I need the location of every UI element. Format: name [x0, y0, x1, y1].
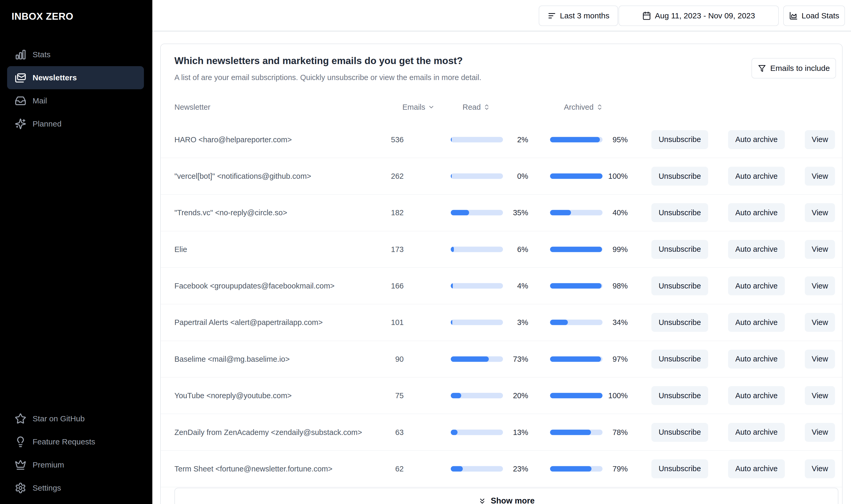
- sidebar-item-star-on-github[interactable]: Star on GitHub: [7, 407, 144, 430]
- unsubscribe-button[interactable]: Unsubscribe: [651, 350, 708, 368]
- gear-icon: [15, 482, 26, 494]
- unsubscribe-button[interactable]: Unsubscribe: [651, 130, 708, 149]
- column-header-archived[interactable]: Archived: [564, 100, 603, 114]
- sidebar-item-mail[interactable]: Mail: [7, 89, 144, 112]
- sidebar-item-feature-requests[interactable]: Feature Requests: [7, 430, 144, 453]
- app-logo[interactable]: INBOX ZERO: [12, 11, 73, 22]
- view-button[interactable]: View: [805, 350, 835, 368]
- read-progress-bar: [451, 210, 503, 216]
- emails-to-include-button[interactable]: Emails to include: [751, 58, 836, 78]
- email-count: 75: [395, 391, 404, 400]
- view-button[interactable]: View: [805, 423, 835, 442]
- archived-progress-bar: [550, 210, 603, 216]
- read-percent: 20%: [513, 391, 528, 400]
- read-progress-fill: [451, 429, 458, 435]
- newsletter-name: "vercel[bot]" <notifications@github.com>: [174, 172, 311, 181]
- unsubscribe-button[interactable]: Unsubscribe: [651, 240, 708, 259]
- read-progress-bar: [451, 247, 503, 252]
- view-button[interactable]: View: [805, 130, 835, 149]
- auto-archive-button[interactable]: Auto archive: [728, 350, 785, 368]
- read-progress-bar: [451, 429, 503, 435]
- emails-to-include-label: Emails to include: [770, 64, 830, 73]
- sidebar-item-planned[interactable]: Planned: [7, 112, 144, 136]
- column-header-newsletter: Newsletter: [174, 100, 210, 114]
- email-count: 173: [391, 245, 404, 254]
- read-progress-fill: [451, 356, 489, 362]
- star-icon: [15, 413, 26, 425]
- filter-lines-icon: [547, 11, 556, 20]
- sidebar-item-newsletters[interactable]: Newsletters: [7, 66, 144, 89]
- view-button[interactable]: View: [805, 276, 835, 295]
- auto-archive-button[interactable]: Auto archive: [728, 386, 785, 405]
- load-stats-button[interactable]: Load Stats: [783, 5, 845, 26]
- archived-percent: 98%: [613, 282, 628, 290]
- chart-area-icon: [789, 11, 798, 20]
- archived-progress-bar: [550, 429, 603, 435]
- auto-archive-button[interactable]: Auto archive: [728, 240, 785, 259]
- sidebar-item-label: Planned: [33, 120, 61, 128]
- email-count: 63: [395, 428, 404, 436]
- email-count: 90: [395, 355, 404, 363]
- auto-archive-button[interactable]: Auto archive: [728, 130, 785, 149]
- sidebar-footer-nav: Star on GitHub Feature Requests Premium …: [0, 407, 152, 500]
- unsubscribe-button[interactable]: Unsubscribe: [651, 167, 708, 185]
- view-button[interactable]: View: [805, 313, 835, 332]
- column-header-emails[interactable]: Emails: [402, 100, 435, 114]
- archived-progress-bar: [550, 247, 603, 252]
- chevron-down-icon: [428, 104, 435, 110]
- archived-progress-fill: [550, 393, 603, 398]
- unsubscribe-button[interactable]: Unsubscribe: [651, 276, 708, 295]
- column-header-read[interactable]: Read: [463, 100, 490, 114]
- show-more-button[interactable]: Show more: [174, 488, 838, 504]
- sidebar-nav: Stats Newsletters Mail Planned: [0, 43, 152, 136]
- newsletters-card: Which newsletters and marketing emails d…: [160, 43, 843, 504]
- view-button[interactable]: View: [805, 240, 835, 259]
- sidebar-item-stats[interactable]: Stats: [7, 43, 144, 66]
- sidebar-item-settings[interactable]: Settings: [7, 476, 144, 500]
- read-progress-bar: [451, 320, 503, 325]
- date-range-picker-button[interactable]: Aug 11, 2023 - Nov 09, 2023: [619, 5, 779, 26]
- read-progress-bar: [451, 466, 503, 471]
- auto-archive-button[interactable]: Auto archive: [728, 423, 785, 442]
- archived-percent: 97%: [613, 355, 628, 363]
- auto-archive-button[interactable]: Auto archive: [728, 203, 785, 222]
- inbox-icon: [15, 95, 26, 107]
- sidebar-item-label: Newsletters: [33, 73, 77, 82]
- view-button[interactable]: View: [805, 460, 835, 478]
- date-range-preset-button[interactable]: Last 3 months: [539, 5, 618, 26]
- archived-percent: 95%: [613, 135, 628, 144]
- newsletter-name: ZenDaily from ZenAcademy <zendaily@subst…: [174, 428, 362, 436]
- archived-percent: 100%: [608, 172, 628, 181]
- view-button[interactable]: View: [805, 167, 835, 185]
- archived-progress-bar: [550, 137, 603, 142]
- table-row: "vercel[bot]" <notifications@github.com>…: [161, 158, 842, 195]
- auto-archive-button[interactable]: Auto archive: [728, 167, 785, 185]
- sidebar-item-premium[interactable]: Premium: [7, 453, 144, 476]
- auto-archive-button[interactable]: Auto archive: [728, 276, 785, 295]
- read-progress-fill: [451, 174, 452, 179]
- archived-progress-fill: [550, 174, 603, 179]
- archived-percent: 40%: [613, 209, 628, 217]
- sidebar: INBOX ZERO Stats Newsletters Mail Planne…: [0, 0, 152, 504]
- archived-progress-bar: [550, 174, 603, 179]
- table-row: YouTube <noreply@youtube.com> 75 20% 100…: [161, 377, 842, 414]
- table-row: Papertrail Alerts <alert@papertrailapp.c…: [161, 304, 842, 341]
- newsletter-name: Term Sheet <fortune@newsletter.fortune.c…: [174, 464, 333, 473]
- unsubscribe-button[interactable]: Unsubscribe: [651, 386, 708, 405]
- view-button[interactable]: View: [805, 386, 835, 405]
- chevrons-down-icon: [478, 496, 486, 504]
- auto-archive-button[interactable]: Auto archive: [728, 460, 785, 478]
- email-count: 536: [391, 135, 404, 144]
- topbar: Last 3 months Aug 11, 2023 - Nov 09, 202…: [152, 0, 851, 32]
- read-percent: 23%: [513, 464, 528, 473]
- lightbulb-icon: [15, 436, 26, 448]
- archived-progress-fill: [550, 466, 591, 471]
- auto-archive-button[interactable]: Auto archive: [728, 313, 785, 332]
- sidebar-item-label: Stats: [33, 50, 50, 59]
- unsubscribe-button[interactable]: Unsubscribe: [651, 313, 708, 332]
- unsubscribe-button[interactable]: Unsubscribe: [651, 203, 708, 222]
- archived-percent: 34%: [613, 318, 628, 327]
- view-button[interactable]: View: [805, 203, 835, 222]
- unsubscribe-button[interactable]: Unsubscribe: [651, 460, 708, 478]
- unsubscribe-button[interactable]: Unsubscribe: [651, 423, 708, 442]
